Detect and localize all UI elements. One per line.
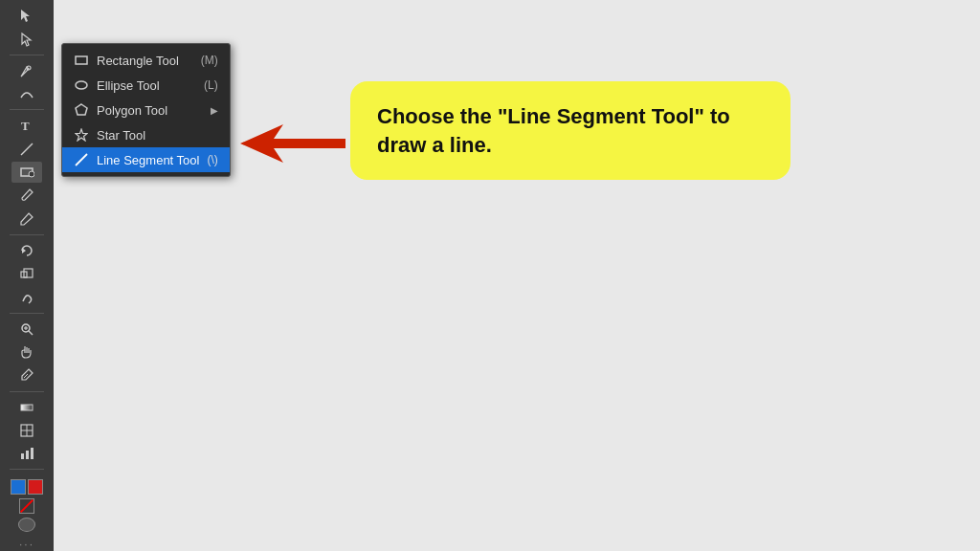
line-segment-icon: [74, 152, 89, 167]
menu-item-star-label: Star Tool: [97, 128, 145, 143]
svg-rect-19: [21, 453, 24, 459]
eyedropper-tool[interactable]: [11, 364, 42, 386]
svg-line-26: [76, 154, 87, 165]
shape-dropdown-menu: Rectangle Tool (M) Ellipse Tool (L) Poly…: [61, 43, 231, 177]
polygon-icon: [74, 102, 89, 118]
fill-swatch[interactable]: [11, 479, 26, 495]
menu-item-rectangle-tool[interactable]: Rectangle Tool (M): [62, 48, 230, 73]
svg-text:T: T: [21, 119, 30, 133]
menu-item-polygon-tool[interactable]: Polygon Tool ▶: [62, 98, 230, 122]
circle-swatch[interactable]: [18, 518, 35, 532]
menu-item-ellipse-tool[interactable]: Ellipse Tool (L): [62, 73, 230, 98]
pencil-tool[interactable]: [11, 208, 42, 229]
svg-marker-7: [22, 248, 26, 253]
svg-line-14: [24, 374, 28, 378]
svg-rect-22: [76, 56, 87, 64]
rotate-tool[interactable]: [11, 240, 42, 261]
svg-rect-21: [31, 448, 33, 459]
divider-6: [10, 469, 44, 470]
svg-point-6: [29, 171, 34, 177]
rectangle-icon: [74, 53, 89, 68]
type-tool[interactable]: T: [11, 115, 42, 136]
swatch-row: [11, 479, 43, 495]
divider-1: [10, 55, 44, 55]
svg-point-23: [76, 81, 87, 89]
svg-rect-15: [21, 405, 33, 410]
more-tools[interactable]: ···: [19, 538, 34, 551]
divider-5: [10, 391, 44, 392]
warp-tool[interactable]: [11, 286, 42, 307]
mesh-tool[interactable]: [11, 420, 42, 441]
ellipse-icon: [74, 77, 89, 93]
direct-select-tool[interactable]: [11, 28, 42, 49]
svg-marker-0: [21, 10, 30, 22]
divider-3: [10, 234, 44, 235]
zoom-tool[interactable]: [11, 319, 42, 340]
menu-item-polygon-label: Polygon Tool: [97, 103, 167, 118]
svg-line-4: [21, 143, 33, 155]
svg-marker-25: [76, 129, 87, 141]
menu-item-ellipse-shortcut: (L): [204, 78, 218, 92]
submenu-arrow-icon: ▶: [211, 105, 218, 116]
pen-tool[interactable]: [11, 60, 42, 81]
none-swatch[interactable]: [19, 498, 34, 514]
select-tool[interactable]: [11, 5, 42, 26]
pointer-arrow: [240, 120, 345, 171]
menu-item-star-tool[interactable]: Star Tool: [62, 122, 230, 147]
gradient-tool[interactable]: [11, 396, 42, 417]
svg-line-11: [29, 331, 33, 335]
divider-2: [10, 109, 44, 110]
menu-item-rectangle-shortcut: (M): [201, 54, 218, 67]
shape-tool[interactable]: [11, 162, 42, 183]
star-icon: [74, 127, 89, 143]
swatch-row-2: [19, 498, 34, 514]
svg-rect-20: [26, 451, 29, 459]
line-tool[interactable]: [11, 138, 42, 159]
menu-item-line-segment-tool[interactable]: Line Segment Tool (\): [62, 147, 230, 172]
stroke-swatch[interactable]: [28, 479, 43, 495]
divider-4: [10, 313, 44, 314]
svg-marker-1: [22, 33, 31, 46]
hand-tool[interactable]: [11, 342, 42, 363]
callout-text: Choose the "Line Segment Tool" to draw a…: [377, 102, 764, 159]
main-canvas: Rectangle Tool (M) Ellipse Tool (L) Poly…: [54, 0, 980, 551]
menu-item-line-segment-label: Line Segment Tool: [97, 153, 199, 167]
svg-rect-9: [24, 269, 33, 277]
paintbrush-tool[interactable]: [11, 185, 42, 206]
scale-tool[interactable]: [11, 263, 42, 284]
menu-item-line-segment-shortcut: (\): [207, 153, 217, 166]
callout-box: Choose the "Line Segment Tool" to draw a…: [350, 81, 791, 180]
toolbar: T: [0, 0, 54, 551]
color-swatches: [11, 477, 43, 516]
menu-item-rectangle-label: Rectangle Tool: [97, 54, 179, 68]
graph-tool[interactable]: [11, 443, 42, 464]
curvature-tool[interactable]: [11, 83, 42, 104]
svg-marker-27: [240, 124, 345, 163]
menu-item-ellipse-label: Ellipse Tool: [97, 78, 160, 93]
svg-marker-24: [76, 104, 87, 115]
